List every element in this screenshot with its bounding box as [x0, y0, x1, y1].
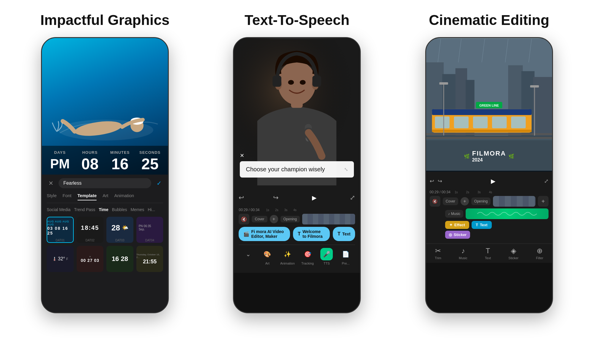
filmora-badge-year: 2024 — [472, 157, 506, 163]
tab-font[interactable]: Font — [63, 193, 72, 200]
template-t05[interactable]: 🌡️ 32° F — [47, 246, 74, 272]
tab-art[interactable]: Art — [103, 193, 108, 200]
svg-text:GREEN LINE: GREEN LINE — [479, 104, 499, 107]
filter-bubbles[interactable]: Bubbles — [112, 207, 127, 212]
toolbar-item-tts[interactable]: 🎤 TTS — [320, 248, 333, 265]
svg-rect-39 — [439, 82, 448, 85]
add-track-button[interactable]: + — [270, 215, 278, 223]
toolbar-sticker[interactable]: ◈ Sticker — [508, 247, 519, 260]
toolbar-item-animation[interactable]: ✨ Animation — [280, 248, 295, 265]
toolbar-item-tracking[interactable]: 🎯 Tracking — [301, 248, 314, 265]
filter-social[interactable]: Social Media — [47, 207, 70, 212]
svg-rect-29 — [454, 116, 468, 128]
tab-animation[interactable]: Animation — [114, 193, 134, 200]
template-dat04-label: DAT04 — [145, 239, 154, 242]
panel-top-bar: ✕ Fearless ✓ — [47, 178, 163, 188]
welcome-pill[interactable]: T Welcome to Filmora — [293, 227, 330, 241]
mute-button[interactable]: 🔇 — [239, 214, 249, 224]
redo-button[interactable]: ↪ — [273, 194, 278, 202]
filter-bar: Social Media Trend Pass Time Bubbles Mem… — [47, 207, 163, 212]
phone-2: ✕ Choose your champion wisely ⤡ ↩ ↪ ▶ ⤢ … — [233, 37, 361, 313]
effect-pill[interactable]: ✦ Effect — [445, 221, 469, 229]
mute-button-3[interactable]: 🔇 — [430, 196, 440, 207]
undo-button[interactable]: ↩ — [239, 194, 244, 202]
template-dat02[interactable]: 18:45 DAT02 — [77, 217, 104, 243]
video-track[interactable] — [302, 214, 355, 224]
template-dat02-label: DAT02 — [86, 239, 94, 242]
text-pill[interactable]: T Text — [333, 227, 355, 241]
section3-title: Cinematic Editing — [429, 12, 549, 28]
tab-bar: Style Font Template Art Animation — [47, 193, 163, 203]
timer-overlay: DAYS HOURS MINUTES SECONDS PM 08 16 25 — [42, 146, 168, 175]
animation-label: Animation — [280, 262, 295, 265]
template-t07[interactable]: 16 28 — [106, 246, 133, 272]
filter-time[interactable]: Time — [99, 207, 108, 212]
toolbar-text[interactable]: T Text — [485, 247, 491, 260]
play-button[interactable]: ▶ — [308, 191, 321, 204]
toolbar-item-chevron[interactable]: ⌄ — [242, 248, 255, 265]
preset-name-input[interactable]: Fearless — [59, 178, 151, 188]
svg-point-12 — [288, 80, 294, 85]
section-tts: Text-To-Speech — [210, 12, 384, 313]
cover-track-label: Cover — [252, 216, 267, 222]
filter-toolbar-icon: ⊕ — [537, 247, 543, 255]
text-pill-3[interactable]: T Text — [472, 221, 492, 229]
timer-value-pm: PM — [45, 157, 75, 170]
redo-icon[interactable]: ↪ — [438, 178, 442, 184]
text-label-3: Text — [480, 223, 488, 227]
tts-caption-box: ✕ Choose your champion wisely ⤡ — [240, 161, 354, 178]
svg-rect-11 — [313, 76, 322, 87]
filter-memes[interactable]: Memes — [130, 207, 144, 212]
toolbar-trim[interactable]: ✂ Trim — [435, 247, 441, 260]
add-opening-button[interactable]: + — [461, 197, 469, 205]
text-icon: T — [476, 223, 478, 227]
undo-icon[interactable]: ↩ — [430, 178, 434, 184]
video-track-3[interactable] — [493, 196, 535, 207]
template-t08[interactable]: Thursday, October 16, 2... 21:55 — [136, 246, 163, 272]
svg-rect-35 — [426, 137, 552, 139]
toolbar-filter[interactable]: ⊕ Filter — [536, 247, 543, 260]
caption-close[interactable]: ✕ — [240, 152, 244, 159]
phone3-controls: ↩ ↪ ▶ ⤢ 00:29 / 00:34 1s 2s 3s 4s — [426, 172, 552, 243]
svg-rect-34 — [426, 133, 552, 135]
tab-style[interactable]: Style — [47, 193, 56, 200]
timer-labels: DAYS HOURS MINUTES SECONDS — [45, 150, 165, 155]
phone1-hero: DAYS HOURS MINUTES SECONDS PM 08 16 25 — [42, 38, 168, 175]
toolbar-music[interactable]: ♪ Music — [459, 247, 467, 260]
playback-bar: ↩ ↪ ▶ ⤢ — [239, 191, 355, 204]
svg-point-13 — [300, 80, 306, 85]
swimmer-figure — [51, 106, 161, 145]
close-button[interactable]: ✕ — [47, 179, 55, 187]
template-t06[interactable]: ● 00 27 03 — [77, 246, 104, 272]
tracking-label: Tracking — [301, 262, 314, 265]
tab-template[interactable]: Template — [78, 193, 97, 200]
music-track-content[interactable] — [466, 208, 549, 219]
toolbar-item-pre[interactable]: 📄 Pre... — [339, 248, 352, 265]
sticker-track-row: ◎ Sticker — [430, 231, 549, 239]
resize-handle[interactable]: ⤡ — [344, 167, 348, 172]
template-dat01[interactable]: AUG AUG AUG AUG 03 08 16 25 DAT01 — [47, 217, 74, 243]
sticker-pill[interactable]: ◎ Sticker — [445, 231, 470, 239]
filter-trend[interactable]: Trend Pass — [74, 207, 95, 212]
filmora-pill[interactable]: 🎬 Fi mora AI Video Editor, Maker — [239, 227, 290, 241]
template-dat03[interactable]: 28 🌤️ DAT03 — [106, 217, 133, 243]
filter-more[interactable]: Hi... — [148, 207, 155, 212]
template-dat04[interactable]: PN 06:35 Sep. DAT04 — [136, 217, 163, 243]
sticker-label: Sticker — [454, 232, 467, 237]
toolbar-item-art[interactable]: 🎨 Art — [261, 248, 274, 265]
animation-icon: ✨ — [281, 248, 294, 260]
confirm-button[interactable]: ✓ — [155, 179, 163, 187]
tts-icon: 🎤 — [320, 248, 333, 260]
fullscreen-icon[interactable]: ⤢ — [544, 178, 549, 184]
timer-value-minutes: 16 — [105, 156, 135, 172]
time-display-3: 00:29 / 00:34 — [430, 190, 450, 194]
opening-track-label: Opening — [281, 216, 300, 222]
timer-label-days: DAYS — [45, 150, 75, 155]
add-video-end-button[interactable]: + — [538, 196, 549, 207]
svg-rect-32 — [511, 116, 526, 128]
play-button-3[interactable]: ▶ — [486, 175, 500, 188]
music-label: Music — [459, 256, 467, 260]
expand-button[interactable]: ⤢ — [350, 194, 355, 202]
svg-rect-41 — [530, 85, 539, 88]
text-toolbar-icon: T — [486, 247, 490, 255]
